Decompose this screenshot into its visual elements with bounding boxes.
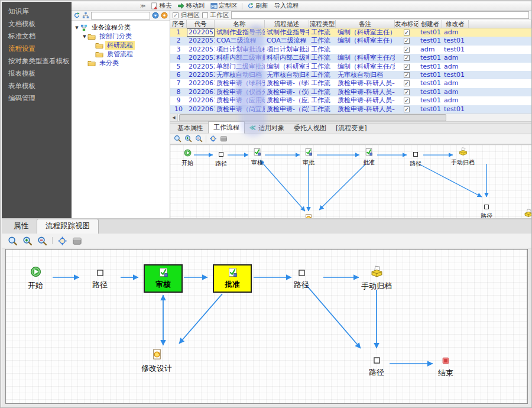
zoom-in-icon[interactable] [22,236,33,246]
scrollbar-thumb[interactable] [179,114,446,121]
cell-flag[interactable]: ✓ [395,46,419,54]
zoom-reset-icon[interactable] [174,135,181,143]
table-row-7[interactable]: 720220614-001质检申请（绿科安管部）质检申请-（绿科安...工作流质… [170,79,531,88]
cell-name[interactable]: 科研内部二级审批 [215,54,265,62]
column-header-1[interactable]: 代号 [187,20,215,28]
cell-type[interactable]: 工作流 [309,79,336,88]
flow-node-审批[interactable]: 审批 [303,147,314,167]
zone-filter-input[interactable] [231,11,529,19]
toolbar-button-1[interactable]: 移动到 [174,2,207,10]
cell-note[interactable]: 无审核自动归档 [336,71,395,79]
table-row-3[interactable]: 320220517-002项目计划审批流程项目计划审批流程工作流✓admtest… [170,46,531,54]
bottom-tab-0[interactable]: 属性 [5,219,37,234]
collapse-chevron-icon[interactable]: ≫ [138,3,148,9]
cell-name[interactable]: 质检申请（仪器分析室） [215,88,265,96]
flow-node-手动归档[interactable]: 手动归档 [361,265,392,292]
detail-tab-2[interactable]: 适用对象 [245,122,289,134]
publish-flag-checkbox[interactable]: ✓ [404,80,410,86]
cell-flag[interactable]: ✓ [395,105,419,114]
tree-search-input[interactable] [91,12,150,20]
cell-note[interactable]: 质检申请-科研人员--尚宜质... [336,105,395,114]
cell-modifier[interactable]: test01 [442,37,469,45]
cell-code[interactable]: 20220523-001 [187,54,215,62]
cell-name[interactable]: 质检申请（绿科安管部） [215,79,265,88]
cell-type[interactable]: 工作流 [309,105,336,114]
table-row-6[interactable]: 620220523-002无审核自动归档无审核自动归档工作流无审核自动归档✓te… [170,71,531,79]
flow-node-手动归档[interactable]: 手动归档 [451,147,475,167]
cell-note[interactable] [336,46,395,54]
flow-node-修改设计[interactable]: 修改设计 [141,349,172,374]
toolbar-button-3[interactable]: 刷新 [244,2,271,10]
column-header-5[interactable]: 备注 [336,20,395,28]
zoom-out-icon[interactable] [195,135,203,143]
cell-type[interactable]: 工作流 [309,71,336,79]
work-zone-checkbox[interactable] [202,12,208,18]
publish-flag-checkbox[interactable]: ✓ [404,106,410,112]
cell-note[interactable]: 编制（科研室主任）--审... [336,28,395,37]
cell-name[interactable]: 项目计划审批流程 [215,46,265,54]
cell-flag[interactable]: ✓ [395,79,419,88]
cell-note[interactable]: 质检申请-科研人员--绿科安... [336,79,395,88]
toolbar-button-2[interactable]: 定型区 [207,2,241,10]
cell-creator[interactable]: test01 [419,96,442,105]
cell-code[interactable]: 20220523-002 [187,71,215,79]
cell-code[interactable]: 20220614-001 [187,88,215,96]
table-row-1[interactable]: 120220517-001试制作业指导书签审试制作业指导书签审工作流编制（科研室… [170,28,531,37]
cell-code[interactable]: 20220614-001 [187,105,215,114]
cell-flag[interactable]: ✓ [395,37,419,45]
cell-desc[interactable]: 质检申请-（应用研... [265,96,309,105]
cell-code[interactable]: 20220517-002 [187,46,215,54]
flow-node-批准[interactable]: 批准 [363,147,375,167]
cell-modifier[interactable]: test01 [442,105,469,114]
flow-node-路径[interactable]: 路径 [92,268,108,290]
overview-panel-icon[interactable] [220,135,228,143]
cell-modifier[interactable]: adm [442,54,469,62]
cell-seq[interactable]: 8 [170,88,187,96]
cell-name[interactable]: 单部门二级审批流程 [215,63,265,71]
flow-node-结束[interactable]: 结束 [438,356,453,378]
main-flow-canvas[interactable]: 开始路径审核批准路径手动归档修改设计路径结束 [5,249,528,404]
column-header-0[interactable]: 序号 [170,20,187,28]
cell-desc[interactable]: 项目计划审批流程 [265,46,309,54]
locate-crosshair-icon[interactable] [57,236,67,246]
flow-node-路径[interactable]: 路径 [369,355,384,378]
cell-seq[interactable]: 1 [170,28,187,37]
tree-node-1[interactable]: ▼按部门分类 [72,32,170,41]
cell-type[interactable]: 工作流 [309,28,336,37]
sitemap-icon[interactable] [82,12,89,19]
cell-name[interactable]: COA三级流程 [215,37,265,45]
cell-modifier[interactable]: adm [442,96,469,105]
zoom-out-icon[interactable] [37,236,47,246]
sidebar-item-2[interactable]: 标准文档 [2,30,72,43]
cell-desc[interactable]: 编制（科研室主任/... [265,63,309,71]
flow-node-审核[interactable]: 审核 [251,147,263,167]
flow-node-路径[interactable]: 路径 [410,148,421,168]
column-header-3[interactable]: 流程描述 [265,20,309,28]
cell-seq[interactable]: 10 [170,105,187,114]
tree-expander-icon[interactable]: ▼ [82,34,87,39]
cell-code[interactable]: 20220517-001 [187,28,215,37]
cell-type[interactable]: 工作流 [309,88,336,96]
cell-flag[interactable]: ✓ [395,28,419,37]
table-row-8[interactable]: 820220614-001质检申请（仪器分析室）质检申请-（仪器分...工作流质… [170,88,531,96]
cell-name[interactable]: 试制作业指导书签审 [215,28,265,37]
cell-flag[interactable]: ✓ [395,96,419,105]
cell-type[interactable]: 工作流 [309,96,336,105]
cell-type[interactable]: 工作流 [309,37,336,45]
zoom-in-icon[interactable] [184,135,192,143]
tree-node-0[interactable]: ▼业务流程分类 [72,23,170,32]
tree-node-4[interactable]: 未分类 [72,59,170,67]
cell-type[interactable]: 工作流 [309,63,336,71]
refresh-tree-icon[interactable] [73,12,80,19]
cell-seq[interactable]: 3 [170,46,187,54]
cell-creator[interactable]: adm [419,46,442,54]
cell-note[interactable]: 质检申请-科研人员--应用研... [336,96,395,105]
toolbar-button-0[interactable]: 移去 [148,2,174,10]
cell-flag[interactable]: ✓ [395,54,419,62]
cell-modifier[interactable]: adm [442,28,469,37]
publish-flag-checkbox[interactable]: ✓ [404,30,410,35]
publish-flag-checkbox[interactable]: ✓ [404,64,410,70]
cell-modifier[interactable]: test01 [442,71,469,79]
toolbar-button-4[interactable]: 导入流程 [271,2,301,10]
cell-code[interactable]: 20220614-001 [187,79,215,88]
